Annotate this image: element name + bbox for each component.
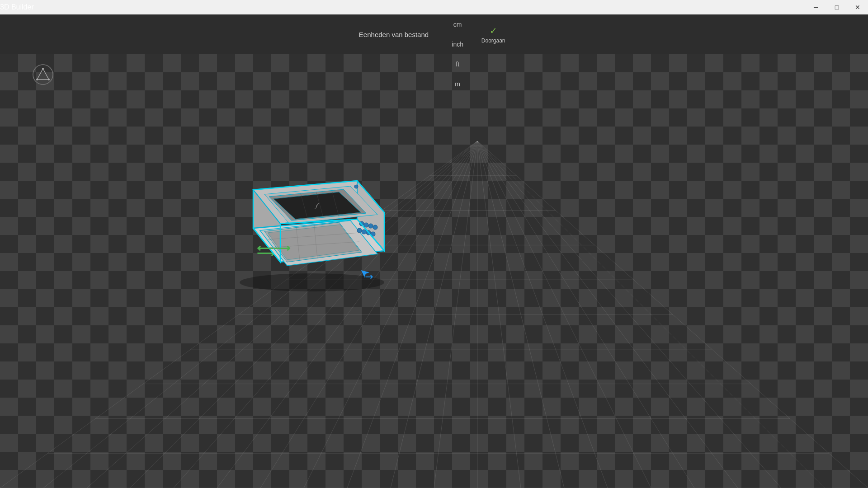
svg-point-2 <box>42 68 44 70</box>
grid-background <box>0 54 868 488</box>
3d-viewport[interactable]: ⟵ ➤ <box>0 54 868 488</box>
svg-point-31 <box>362 230 366 234</box>
toolbar-label: Eenheden van bestand <box>359 31 429 38</box>
svg-point-0 <box>33 65 53 84</box>
svg-point-28 <box>368 224 373 228</box>
title-bar: 3D Builder ─ □ ✕ <box>0 0 868 14</box>
svg-point-29 <box>373 225 377 230</box>
3d-model: ⟵ ➤ <box>217 154 407 298</box>
svg-marker-1 <box>37 69 49 80</box>
nav-cube[interactable] <box>32 63 54 86</box>
svg-point-34 <box>354 185 358 188</box>
svg-point-30 <box>357 228 362 233</box>
model-svg: 𝑓 <box>217 154 407 298</box>
window-controls: ─ □ ✕ <box>806 0 868 14</box>
unit-toolbar: Eenheden van bestand μmmmcminchftm ✓ Doo… <box>0 14 868 54</box>
minimize-button[interactable]: ─ <box>806 0 826 14</box>
green-arrow-indicator: ⟵⟶ <box>257 241 290 255</box>
unit-button-cm[interactable]: cm <box>443 14 472 34</box>
unit-button-inch[interactable]: inch <box>443 34 472 54</box>
svg-point-4 <box>36 79 38 80</box>
maximize-button[interactable]: □ <box>826 0 847 14</box>
close-button[interactable]: ✕ <box>847 0 868 14</box>
unit-button-ft[interactable]: ft <box>443 54 472 74</box>
checkmark-icon: ✓ <box>490 25 497 36</box>
confirm-label: Doorgaan <box>481 38 505 44</box>
svg-point-5 <box>240 273 384 291</box>
unit-button-m[interactable]: m <box>443 74 472 94</box>
confirm-button[interactable]: ✓ Doorgaan <box>477 19 509 50</box>
app-title: 3D Builder <box>0 3 34 11</box>
svg-point-3 <box>48 79 50 80</box>
svg-point-27 <box>364 223 368 227</box>
